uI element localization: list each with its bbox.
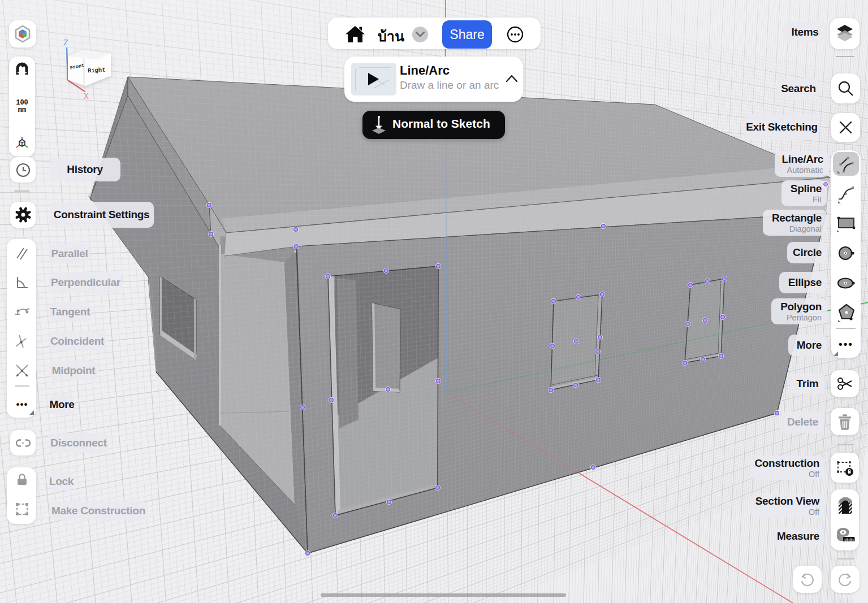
svg-text:Right: Right [88, 67, 106, 75]
svg-text:X: X [84, 92, 89, 102]
svg-text:Z: Z [63, 38, 68, 48]
